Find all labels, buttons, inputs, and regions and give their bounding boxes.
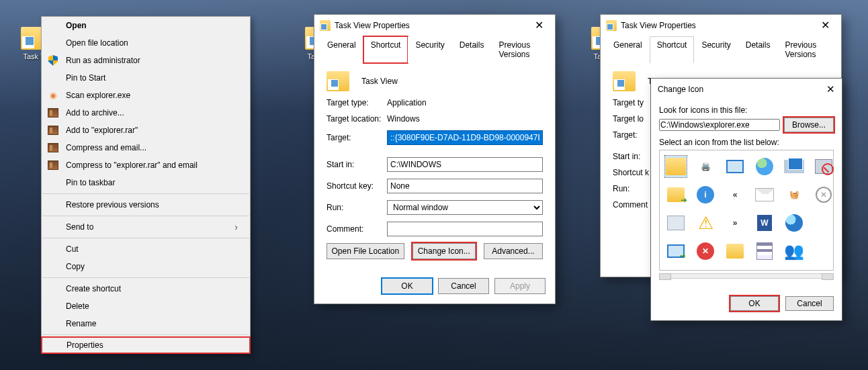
- icon-scanner[interactable]: [665, 212, 687, 234]
- icon-globe[interactable]: [754, 156, 775, 177]
- tab-strip: General Shortcut Security Details Previo…: [320, 36, 550, 63]
- tab-shortcut[interactable]: Shortcut: [650, 36, 695, 63]
- chevron-right-icon: ›: [234, 222, 238, 232]
- icon-network-globe[interactable]: [783, 212, 805, 234]
- icon-envelope[interactable]: [754, 184, 775, 205]
- icon-folder-arrow[interactable]: ➜: [665, 184, 687, 205]
- tab-security[interactable]: Security: [408, 36, 451, 63]
- icon-blank[interactable]: [813, 212, 834, 234]
- close-button[interactable]: ✕: [814, 19, 836, 32]
- run-select[interactable]: Normal window: [387, 200, 543, 215]
- comment-input[interactable]: [387, 222, 543, 236]
- context-menu: Open Open file location Run as administr…: [41, 16, 251, 354]
- dialog-title: Change Icon: [658, 85, 826, 94]
- icon-info[interactable]: i: [695, 184, 716, 205]
- icon-double-right[interactable]: »: [724, 212, 746, 234]
- archive-icon: [47, 124, 59, 136]
- folder-shortcut-icon: [606, 20, 617, 31]
- icon-error-red[interactable]: ✕: [695, 240, 716, 262]
- apply-button[interactable]: Apply: [494, 278, 546, 294]
- ctx-delete[interactable]: Delete: [42, 297, 250, 315]
- select-label: Select an icon from the list below:: [659, 138, 834, 147]
- tab-previous-versions[interactable]: Previous Versions: [491, 36, 550, 63]
- shortcut-large-icon: [613, 71, 636, 91]
- advanced-button[interactable]: Advanced...: [484, 243, 543, 259]
- icon-people[interactable]: 👥: [783, 240, 805, 262]
- ctx-pin-taskbar[interactable]: Pin to taskbar: [42, 174, 250, 191]
- icon-grid: 🖨️ ➜ i « 🧺 ✕ ⚠ » W ➜ ✕ 👥: [659, 150, 834, 271]
- ctx-add-archive[interactable]: Add to archive...: [42, 104, 250, 122]
- icon-folder[interactable]: [665, 156, 687, 177]
- icon-disk-no[interactable]: [813, 156, 834, 177]
- icon-word-doc[interactable]: W: [754, 212, 775, 234]
- ctx-pin-start[interactable]: Pin to Start: [42, 69, 250, 87]
- icon-printer-help[interactable]: 🖨️: [695, 156, 716, 177]
- open-file-location-button[interactable]: Open File Location: [327, 243, 404, 259]
- ctx-rename[interactable]: Rename: [42, 315, 250, 332]
- tab-general[interactable]: General: [606, 36, 650, 63]
- shield-icon: [47, 54, 59, 66]
- archive-icon: [47, 159, 59, 171]
- tab-details[interactable]: Details: [738, 36, 778, 63]
- target-type-value: Application: [387, 98, 543, 107]
- icon-monitors[interactable]: [783, 156, 805, 177]
- change-icon-dialog: Change Icon ✕ Look for icons in this fil…: [650, 78, 842, 321]
- close-button[interactable]: ✕: [528, 19, 550, 32]
- icon-path-input[interactable]: [659, 119, 780, 131]
- tab-security[interactable]: Security: [694, 36, 738, 63]
- antivirus-icon: ◉: [47, 89, 59, 101]
- ctx-open-file-location[interactable]: Open file location: [42, 34, 250, 52]
- icon-grid-scrollbar[interactable]: [659, 273, 834, 279]
- icon-warning[interactable]: ⚠: [695, 212, 716, 234]
- dialog-title: Task View Properties: [621, 21, 814, 30]
- ctx-add-rar[interactable]: Add to "explorer.rar": [42, 122, 250, 139]
- ctx-compress-rar-email[interactable]: Compress to "explorer.rar" and email: [42, 156, 250, 174]
- close-button[interactable]: ✕: [826, 83, 835, 95]
- tab-shortcut[interactable]: Shortcut: [363, 36, 408, 63]
- archive-icon: [47, 107, 59, 119]
- change-icon-button[interactable]: Change Icon...: [413, 243, 476, 259]
- ok-button[interactable]: OK: [730, 296, 779, 311]
- archive-icon: [47, 142, 59, 154]
- browse-button[interactable]: Browse...: [784, 118, 834, 132]
- ctx-create-shortcut[interactable]: Create shortcut: [42, 280, 250, 297]
- dialog-title: Task View Properties: [335, 21, 528, 30]
- icon-double-left[interactable]: «: [724, 184, 746, 205]
- icon-basket[interactable]: 🧺: [783, 184, 805, 205]
- tab-general[interactable]: General: [320, 36, 363, 63]
- icon-list[interactable]: [754, 240, 775, 262]
- icon-monitor-arrow[interactable]: ➜: [665, 240, 687, 262]
- shortcut-key-input[interactable]: [387, 179, 543, 193]
- tab-strip: General Shortcut Security Details Previo…: [606, 36, 836, 63]
- ctx-open[interactable]: Open: [42, 17, 250, 34]
- ctx-send-to[interactable]: Send to›: [42, 218, 250, 236]
- ctx-run-as-admin[interactable]: Run as administrator: [42, 52, 250, 69]
- ctx-properties[interactable]: Properties: [41, 336, 251, 354]
- shortcut-large-icon: [327, 71, 349, 91]
- ctx-compress-email[interactable]: Compress and email...: [42, 139, 250, 156]
- ctx-restore-versions[interactable]: Restore previous versions: [42, 196, 250, 214]
- icon-folder-plain[interactable]: [724, 240, 746, 262]
- ctx-cut[interactable]: Cut: [42, 240, 250, 258]
- ctx-copy[interactable]: Copy: [42, 258, 250, 275]
- start-in-input[interactable]: [387, 157, 543, 172]
- look-label: Look for icons in this file:: [659, 105, 834, 115]
- target-location-value: Windows: [387, 114, 543, 124]
- icon-circle-x[interactable]: ✕: [813, 184, 834, 205]
- shortcut-name: Task View: [361, 77, 398, 86]
- ok-button[interactable]: OK: [382, 278, 433, 294]
- folder-shortcut-icon: [320, 20, 331, 31]
- properties-dialog: Task View Properties ✕ General Shortcut …: [314, 14, 556, 304]
- icon-blank2[interactable]: [813, 240, 834, 262]
- tab-previous-versions[interactable]: Previous Versions: [777, 36, 836, 63]
- cancel-button[interactable]: Cancel: [785, 296, 834, 311]
- ctx-scan[interactable]: ◉Scan explorer.exe: [42, 87, 250, 104]
- target-input[interactable]: [387, 130, 543, 145]
- cancel-button[interactable]: Cancel: [438, 278, 489, 294]
- icon-monitor-small[interactable]: [724, 156, 746, 177]
- tab-details[interactable]: Details: [452, 36, 492, 63]
